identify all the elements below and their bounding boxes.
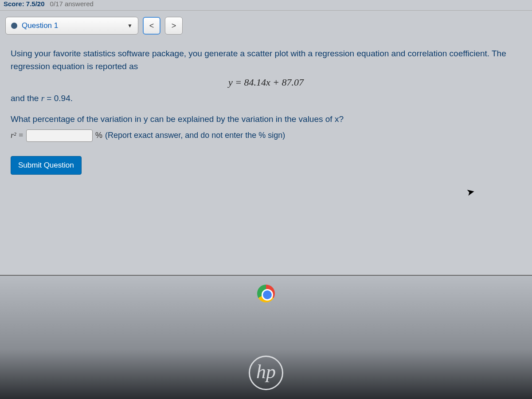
r-squared-label: r² = [11, 129, 23, 142]
cursor-icon: ➤ [465, 185, 475, 198]
status-dot-icon [11, 23, 17, 29]
divider [0, 10, 532, 11]
percent-symbol: % [95, 129, 102, 142]
question-intro: Using your favorite statistics software … [11, 47, 521, 73]
submit-question-button[interactable]: Submit Question [11, 156, 82, 175]
answer-hint: (Report exact answer, and do not enter t… [105, 129, 285, 142]
next-question-button[interactable]: > [165, 17, 183, 35]
hp-logo-icon: hp [249, 356, 283, 390]
laptop-bezel: hp [0, 275, 532, 399]
chevron-right-icon: > [172, 21, 176, 31]
chrome-icon[interactable] [257, 285, 275, 302]
chevron-left-icon: < [149, 21, 154, 31]
chevron-down-icon: ▼ [127, 23, 133, 29]
sub-question: What percentage of the variation in y ca… [11, 113, 521, 125]
r-squared-input[interactable] [26, 129, 93, 142]
answer-row: r² = % (Report exact answer, and do not … [11, 129, 521, 142]
regression-equation: y = 84.14x + 87.07 [11, 75, 521, 90]
question-body: Using your favorite statistics software … [0, 37, 532, 184]
r-value-line: and the r = 0.94. [11, 92, 521, 105]
prev-question-button[interactable]: < [143, 17, 160, 35]
score-text: Score: 7.5/20 [4, 0, 45, 8]
question-nav: Question 1 ▼ < > [0, 14, 532, 37]
answered-text: 0/17 answered [50, 0, 94, 8]
score-bar: Score: 7.5/20 0/17 answered [0, 0, 532, 9]
question-dropdown[interactable]: Question 1 ▼ [5, 17, 138, 35]
question-label: Question 1 [22, 21, 58, 30]
